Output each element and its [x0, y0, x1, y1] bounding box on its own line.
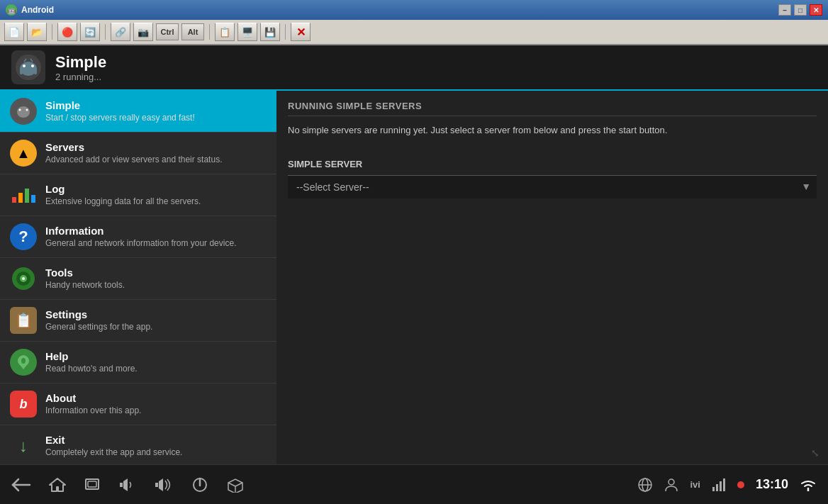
title-text: Android — [21, 5, 54, 15]
toolbar-camera[interactable]: 📷 — [133, 23, 153, 41]
toolbar-alt[interactable]: Alt — [181, 23, 204, 40]
nav-right: ivi 13:10 — [637, 477, 817, 493]
sidebar-item-servers[interactable]: ▲ Servers Advanced add or view servers a… — [0, 133, 276, 174]
help-title: Help — [45, 349, 138, 364]
svg-marker-26 — [159, 478, 163, 491]
servers-title: Servers — [45, 140, 222, 155]
toolbar-sep-4 — [285, 24, 286, 40]
svg-rect-25 — [120, 483, 123, 487]
sidebar-item-simple[interactable]: Simple Start / stop servers really easy … — [0, 91, 276, 133]
menu-button[interactable] — [225, 477, 245, 493]
toolbar-stop[interactable]: 🔴 — [57, 23, 77, 41]
toolbar-ctrl[interactable]: Ctrl — [156, 23, 179, 40]
simple-icon — [10, 98, 37, 125]
exit-title: Exit — [45, 433, 182, 447]
globe-icon — [637, 477, 653, 493]
log-title: Log — [45, 182, 201, 196]
running-text: No simple servers are running yet. Just … — [288, 123, 817, 138]
content-area: RUNNING SIMPLE SERVERS No simple servers… — [276, 91, 828, 464]
svg-point-36 — [668, 479, 674, 485]
maximize-button[interactable]: □ — [794, 4, 807, 16]
volume-down-button[interactable] — [118, 477, 136, 493]
svg-line-30 — [228, 483, 235, 486]
home-button[interactable] — [48, 476, 67, 493]
title-bar-left: 🤖 Android — [6, 4, 54, 16]
log-desc: Extensive logging data for all the serve… — [45, 196, 201, 208]
tools-text: Tools Handy network tools. — [45, 266, 125, 291]
tools-desc: Handy network tools. — [45, 280, 125, 291]
svg-line-31 — [235, 483, 242, 486]
about-title: About — [45, 391, 141, 405]
toolbar-refresh[interactable]: 🔄 — [80, 23, 100, 41]
about-desc: Information over this app. — [45, 405, 141, 417]
app-header: Simple 2 running... — [0, 45, 828, 91]
volume-up-button[interactable] — [153, 477, 174, 493]
simple-desc: Start / stop servers really easy and fas… — [45, 113, 195, 124]
app-subtitle: 2 running... — [55, 72, 106, 82]
app-title: Simple — [55, 53, 106, 72]
svg-rect-27 — [155, 483, 158, 487]
svg-rect-37 — [712, 487, 715, 491]
running-section: RUNNING SIMPLE SERVERS No simple servers… — [276, 91, 828, 143]
sidebar-item-about[interactable]: b About Information over this app. — [0, 383, 276, 425]
settings-desc: General settings for the app. — [45, 322, 152, 333]
svg-rect-16 — [23, 268, 25, 271]
back-button[interactable] — [11, 477, 31, 493]
servers-desc: Advanced add or view servers and their s… — [45, 155, 222, 166]
ivi-logo: ivi — [690, 479, 700, 490]
signal-icon — [712, 477, 726, 493]
simple-title: Simple — [45, 99, 195, 113]
close-button[interactable]: ✕ — [810, 4, 822, 16]
toolbar-link[interactable]: 🔗 — [111, 23, 130, 41]
svg-rect-5 — [34, 69, 37, 74]
sidebar-item-settings[interactable]: 📋 Settings General settings for the app. — [0, 300, 276, 342]
info-desc: General and network information from you… — [45, 238, 236, 250]
server-label: SIMPLE SERVER — [288, 159, 817, 169]
about-icon: b — [10, 391, 37, 418]
info-title: Information — [45, 224, 236, 238]
toolbar-open[interactable]: 📂 — [27, 23, 47, 41]
sidebar-item-tools[interactable]: Tools Handy network tools. — [0, 258, 276, 300]
main-area: Simple Start / stop servers really easy … — [0, 91, 828, 464]
exit-icon: ↓ — [10, 432, 37, 459]
app-title-block: Simple 2 running... — [55, 53, 106, 82]
svg-rect-23 — [88, 481, 96, 487]
tools-icon — [10, 265, 37, 292]
power-button[interactable] — [191, 476, 208, 493]
server-select[interactable]: --Select Server-- — [288, 175, 817, 198]
exit-desc: Completely exit the app and service. — [45, 447, 182, 459]
svg-point-20 — [21, 358, 26, 364]
sidebar-item-help[interactable]: Help Read howto's and more. — [0, 342, 276, 383]
toolbar-new[interactable]: 📄 — [4, 23, 24, 41]
svg-point-11 — [26, 109, 28, 111]
recent-button[interactable] — [84, 476, 101, 493]
title-bar: 🤖 Android – □ ✕ — [0, 0, 828, 20]
settings-icon: 📋 — [10, 307, 37, 334]
clock: 13:10 — [756, 477, 788, 492]
help-desc: Read howto's and more. — [45, 364, 138, 375]
toolbar-save[interactable]: 💾 — [260, 23, 280, 41]
sidebar-item-information[interactable]: ? Information General and network inform… — [0, 216, 276, 258]
info-text: Information General and network informat… — [45, 224, 236, 249]
toolbar-sep-1 — [52, 24, 52, 40]
svg-point-9 — [17, 106, 30, 118]
simple-text: Simple Start / stop servers really easy … — [45, 99, 195, 123]
toolbar-close[interactable]: ✕ — [291, 23, 310, 41]
server-select-container: --Select Server-- ▼ — [288, 175, 817, 198]
minimize-button[interactable]: – — [778, 4, 791, 16]
expand-icon: ⤡ — [811, 447, 819, 459]
info-icon: ? — [10, 223, 37, 250]
svg-marker-24 — [123, 478, 128, 491]
log-icon — [10, 181, 37, 208]
sidebar-item-log[interactable]: Log Extensive logging data for all the s… — [0, 174, 276, 216]
toolbar-copy[interactable]: 📋 — [215, 23, 235, 41]
tools-title: Tools — [45, 266, 125, 280]
wifi-icon — [800, 478, 817, 491]
exit-text: Exit Completely exit the app and service… — [45, 433, 182, 458]
sidebar-item-exit[interactable]: ↓ Exit Completely exit the app and servi… — [0, 425, 276, 464]
toolbar-sep-3 — [209, 24, 210, 40]
settings-text: Settings General settings for the app. — [45, 308, 152, 332]
toolbar-screen[interactable]: 🖥️ — [237, 23, 257, 41]
svg-rect-4 — [20, 69, 23, 74]
nav-buttons — [11, 476, 245, 493]
